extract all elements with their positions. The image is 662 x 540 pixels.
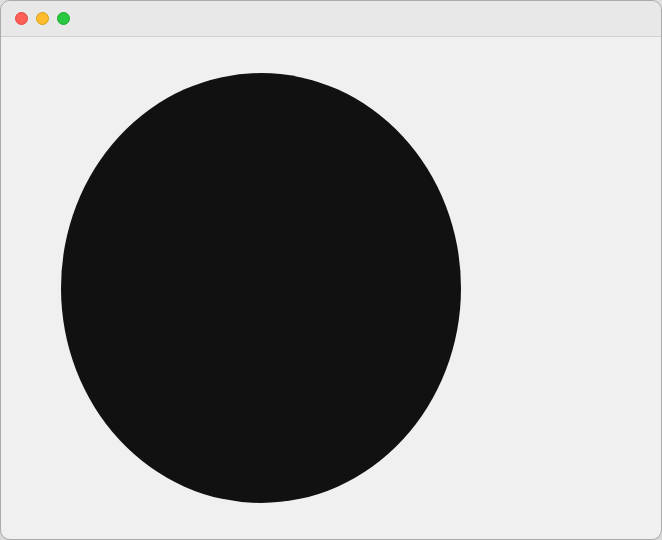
titlebar: [1, 1, 661, 37]
app-window: [0, 0, 662, 540]
minimize-button[interactable]: [36, 12, 49, 25]
close-button[interactable]: [15, 12, 28, 25]
maximize-button[interactable]: [57, 12, 70, 25]
dial-circle: [61, 73, 461, 503]
dial-area: [21, 73, 501, 503]
window-controls: [1, 12, 70, 25]
main-content: [1, 37, 661, 539]
